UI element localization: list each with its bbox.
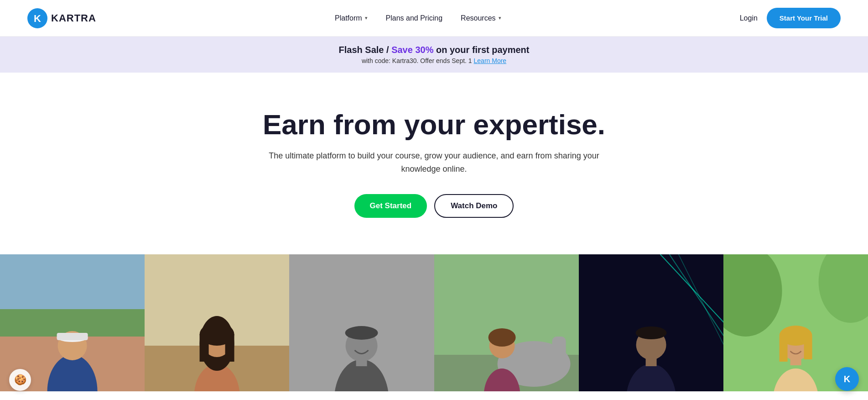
hero-subtitle: The ultimate platform to build your cour… [263,149,605,176]
photo-card-4 [434,254,579,391]
watch-demo-button[interactable]: Watch Demo [434,194,514,218]
hero-section: Earn from your expertise. The ultimate p… [0,73,868,245]
chat-widget[interactable]: K [835,367,859,391]
svg-rect-8 [57,333,88,340]
svg-rect-25 [552,337,566,368]
banner-suffix: on your first payment [433,45,529,55]
get-started-button[interactable]: Get Started [354,194,427,218]
hero-buttons: Get Started Watch Demo [354,194,514,218]
person-silhouette-4 [434,254,579,391]
nav-resources[interactable]: Resources ▾ [461,14,501,22]
login-button[interactable]: Login [740,14,758,22]
person-silhouette-2 [145,254,289,391]
kartra-logo-icon: K [27,8,47,28]
nav-pricing[interactable]: Plans and Pricing [386,14,443,22]
svg-rect-44 [779,337,787,362]
navbar-actions: Login Start Your Trial [740,8,841,28]
cookie-icon: 🍪 [14,374,26,386]
nav-platform[interactable]: Platform ▾ [335,14,368,22]
svg-rect-45 [804,337,812,359]
navbar: K KARTRA Platform ▾ Plans and Pricing Re… [0,0,868,37]
start-trial-button[interactable]: Start Your Trial [767,8,841,28]
cookie-badge[interactable]: 🍪 [9,369,31,391]
promo-banner: Flash Sale / Save 30% on your first paym… [0,37,868,73]
photo-card-2 [145,254,289,391]
photo-card-5 [579,254,723,391]
photo-card-3 [289,254,434,391]
hero-title: Earn from your expertise. [263,109,605,140]
nav-resources-label: Resources [461,14,495,22]
svg-point-36 [635,326,666,339]
svg-point-21 [345,326,378,340]
banner-code-text: with code: Kartra30. Offer ends Sept. 1 [362,57,474,64]
svg-rect-16 [225,334,234,362]
chevron-down-icon: ▾ [365,15,368,21]
banner-subtext: with code: Kartra30. Offer ends Sept. 1 … [9,57,859,64]
main-nav: Platform ▾ Plans and Pricing Resources ▾ [335,14,501,22]
nav-platform-label: Platform [335,14,362,22]
nav-pricing-label: Plans and Pricing [386,14,443,22]
banner-prefix: Flash Sale / [339,45,392,55]
person-silhouette-3 [289,254,434,391]
svg-point-28 [488,328,515,347]
brand-name: KARTRA [51,12,96,24]
chat-widget-letter: K [844,374,850,384]
banner-highlight: Save 30% [391,45,433,55]
svg-text:K: K [34,13,41,24]
svg-rect-15 [200,334,209,362]
person-silhouette-5 [579,254,723,391]
chevron-down-icon-2: ▾ [499,15,501,21]
banner-headline: Flash Sale / Save 30% on your first paym… [9,45,859,55]
learn-more-link[interactable]: Learn More [474,57,507,64]
logo-link[interactable]: K KARTRA [27,8,96,28]
photo-strip [0,254,868,391]
